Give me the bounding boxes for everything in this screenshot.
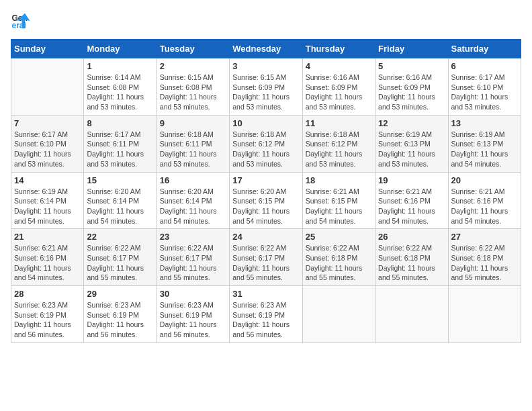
header-thursday: Thursday [302,40,375,58]
day-number: 16 [160,175,226,185]
day-cell: 27Sunrise: 6:22 AM Sunset: 6:18 PM Dayli… [448,229,521,286]
header-wednesday: Wednesday [230,40,302,58]
calendar-header-row: SundayMondayTuesdayWednesdayThursdayFrid… [11,40,521,58]
day-cell [11,58,84,116]
day-info: Sunrise: 6:21 AM Sunset: 6:16 PM Dayligh… [378,187,445,226]
day-info: Sunrise: 6:19 AM Sunset: 6:13 PM Dayligh… [451,130,518,169]
day-number: 26 [378,232,445,242]
day-cell: 28Sunrise: 6:23 AM Sunset: 6:19 PM Dayli… [11,286,84,343]
day-info: Sunrise: 6:21 AM Sunset: 6:16 PM Dayligh… [14,243,81,283]
day-info: Sunrise: 6:23 AM Sunset: 6:19 PM Dayligh… [87,300,153,340]
day-cell: 8Sunrise: 6:17 AM Sunset: 6:11 PM Daylig… [84,115,157,172]
day-info: Sunrise: 6:15 AM Sunset: 6:09 PM Dayligh… [232,73,299,112]
day-number: 27 [451,232,518,242]
header-monday: Monday [84,40,157,58]
day-cell: 7Sunrise: 6:17 AM Sunset: 6:10 PM Daylig… [11,115,84,172]
day-info: Sunrise: 6:18 AM Sunset: 6:12 PM Dayligh… [306,130,372,169]
day-cell: 2Sunrise: 6:15 AM Sunset: 6:08 PM Daylig… [157,58,229,116]
day-info: Sunrise: 6:20 AM Sunset: 6:15 PM Dayligh… [232,187,299,226]
day-number: 23 [160,232,226,242]
day-number: 7 [14,118,81,128]
day-info: Sunrise: 6:18 AM Sunset: 6:11 PM Dayligh… [160,130,226,169]
day-number: 2 [160,61,226,71]
day-number: 8 [87,118,153,128]
week-row-3: 14Sunrise: 6:19 AM Sunset: 6:14 PM Dayli… [11,172,521,229]
day-info: Sunrise: 6:17 AM Sunset: 6:10 PM Dayligh… [451,73,518,112]
day-cell: 25Sunrise: 6:22 AM Sunset: 6:18 PM Dayli… [302,229,375,286]
day-cell: 6Sunrise: 6:17 AM Sunset: 6:10 PM Daylig… [448,58,521,116]
header-sunday: Sunday [11,40,84,58]
day-number: 10 [232,118,299,128]
calendar-table: SundayMondayTuesdayWednesdayThursdayFrid… [11,39,521,343]
day-number: 22 [87,232,153,242]
day-info: Sunrise: 6:22 AM Sunset: 6:17 PM Dayligh… [232,243,299,283]
day-cell: 21Sunrise: 6:21 AM Sunset: 6:16 PM Dayli… [11,229,84,286]
day-number: 5 [378,61,445,71]
week-row-2: 7Sunrise: 6:17 AM Sunset: 6:10 PM Daylig… [11,115,521,172]
header-friday: Friday [375,40,448,58]
day-number: 29 [87,289,153,299]
day-info: Sunrise: 6:22 AM Sunset: 6:18 PM Dayligh… [451,243,518,283]
day-number: 6 [451,61,518,71]
day-number: 21 [14,232,81,242]
day-info: Sunrise: 6:22 AM Sunset: 6:17 PM Dayligh… [160,243,226,283]
day-cell: 4Sunrise: 6:16 AM Sunset: 6:09 PM Daylig… [302,58,375,116]
day-cell: 26Sunrise: 6:22 AM Sunset: 6:18 PM Dayli… [375,229,448,286]
day-info: Sunrise: 6:23 AM Sunset: 6:19 PM Dayligh… [160,300,226,340]
day-cell: 12Sunrise: 6:19 AM Sunset: 6:13 PM Dayli… [375,115,448,172]
week-row-5: 28Sunrise: 6:23 AM Sunset: 6:19 PM Dayli… [11,286,521,343]
day-number: 14 [14,175,81,185]
day-number: 31 [232,289,299,299]
day-cell: 20Sunrise: 6:21 AM Sunset: 6:16 PM Dayli… [448,172,521,229]
day-cell: 22Sunrise: 6:22 AM Sunset: 6:17 PM Dayli… [84,229,157,286]
day-number: 11 [306,118,372,128]
day-info: Sunrise: 6:14 AM Sunset: 6:08 PM Dayligh… [87,73,153,112]
day-info: Sunrise: 6:19 AM Sunset: 6:13 PM Dayligh… [378,130,445,169]
logo-icon: Gen eral [11,11,31,31]
day-cell: 30Sunrise: 6:23 AM Sunset: 6:19 PM Dayli… [157,286,229,343]
week-row-4: 21Sunrise: 6:21 AM Sunset: 6:16 PM Dayli… [11,229,521,286]
day-number: 15 [87,175,153,185]
day-info: Sunrise: 6:22 AM Sunset: 6:18 PM Dayligh… [306,243,372,283]
day-number: 17 [232,175,299,185]
day-cell: 23Sunrise: 6:22 AM Sunset: 6:17 PM Dayli… [157,229,229,286]
day-number: 20 [451,175,518,185]
day-info: Sunrise: 6:20 AM Sunset: 6:14 PM Dayligh… [160,187,226,226]
day-cell: 9Sunrise: 6:18 AM Sunset: 6:11 PM Daylig… [157,115,229,172]
page-header: Gen eral [11,11,521,31]
day-number: 25 [306,232,372,242]
day-cell: 14Sunrise: 6:19 AM Sunset: 6:14 PM Dayli… [11,172,84,229]
week-row-1: 1Sunrise: 6:14 AM Sunset: 6:08 PM Daylig… [11,58,521,116]
day-cell [302,286,375,343]
day-number: 4 [306,61,372,71]
logo: Gen eral [11,11,34,31]
day-number: 12 [378,118,445,128]
day-number: 30 [160,289,226,299]
day-cell: 29Sunrise: 6:23 AM Sunset: 6:19 PM Dayli… [84,286,157,343]
day-number: 18 [306,175,372,185]
day-info: Sunrise: 6:23 AM Sunset: 6:19 PM Dayligh… [232,300,299,340]
day-cell: 13Sunrise: 6:19 AM Sunset: 6:13 PM Dayli… [448,115,521,172]
day-info: Sunrise: 6:17 AM Sunset: 6:10 PM Dayligh… [14,130,81,169]
day-cell: 31Sunrise: 6:23 AM Sunset: 6:19 PM Dayli… [230,286,302,343]
header-saturday: Saturday [448,40,521,58]
day-cell: 19Sunrise: 6:21 AM Sunset: 6:16 PM Dayli… [375,172,448,229]
day-info: Sunrise: 6:23 AM Sunset: 6:19 PM Dayligh… [14,300,81,340]
day-number: 13 [451,118,518,128]
day-info: Sunrise: 6:22 AM Sunset: 6:18 PM Dayligh… [378,243,445,283]
day-cell: 16Sunrise: 6:20 AM Sunset: 6:14 PM Dayli… [157,172,229,229]
day-number: 1 [87,61,153,71]
day-number: 9 [160,118,226,128]
day-info: Sunrise: 6:16 AM Sunset: 6:09 PM Dayligh… [378,73,445,112]
day-number: 24 [232,232,299,242]
day-number: 28 [14,289,81,299]
day-info: Sunrise: 6:22 AM Sunset: 6:17 PM Dayligh… [87,243,153,283]
day-cell [375,286,448,343]
header-tuesday: Tuesday [157,40,229,58]
day-info: Sunrise: 6:21 AM Sunset: 6:16 PM Dayligh… [451,187,518,226]
day-info: Sunrise: 6:15 AM Sunset: 6:08 PM Dayligh… [160,73,226,112]
day-info: Sunrise: 6:18 AM Sunset: 6:12 PM Dayligh… [232,130,299,169]
day-cell: 5Sunrise: 6:16 AM Sunset: 6:09 PM Daylig… [375,58,448,116]
day-cell [448,286,521,343]
day-cell: 17Sunrise: 6:20 AM Sunset: 6:15 PM Dayli… [230,172,302,229]
